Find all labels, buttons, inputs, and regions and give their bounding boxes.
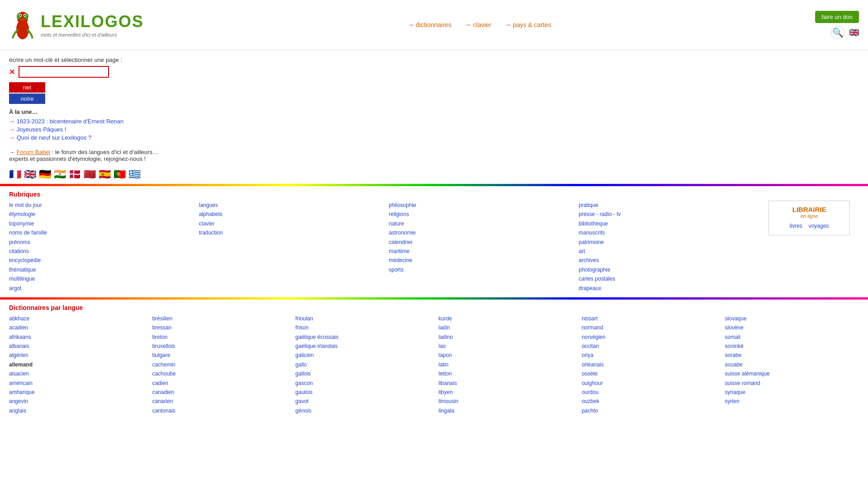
- dict-link[interactable]: libyen: [439, 388, 573, 397]
- dict-link[interactable]: alsacien: [9, 369, 143, 378]
- rub-link[interactable]: photographie: [579, 265, 769, 274]
- dict-link[interactable]: gallo: [295, 360, 429, 369]
- dict-link[interactable]: frison: [295, 323, 429, 332]
- rub-link[interactable]: maritime: [389, 247, 579, 256]
- rub-link[interactable]: argot: [9, 284, 199, 293]
- rub-link[interactable]: drapeaux: [579, 284, 769, 293]
- dict-link[interactable]: ouighour: [582, 379, 716, 388]
- rub-link[interactable]: archives: [579, 256, 769, 265]
- flag-gb[interactable]: 🇬🇧: [24, 169, 36, 180]
- rub-link[interactable]: religions: [389, 210, 579, 219]
- dict-link[interactable]: bruxellois: [152, 342, 287, 351]
- dict-link[interactable]: lao: [439, 342, 573, 351]
- btn-net[interactable]: net: [9, 82, 45, 93]
- dict-link[interactable]: breton: [152, 333, 287, 342]
- dict-link[interactable]: cantonais: [152, 406, 287, 415]
- dict-link[interactable]: galicien: [295, 351, 429, 360]
- dict-link[interactable]: brésilien: [152, 314, 287, 323]
- dict-link[interactable]: souabe: [725, 360, 859, 369]
- header-search-icon[interactable]: 🔍: [831, 26, 844, 39]
- clear-button[interactable]: ✕: [9, 68, 15, 76]
- dict-link[interactable]: anglais: [9, 406, 143, 415]
- dict-link[interactable]: suisse romand: [725, 379, 859, 388]
- dict-link[interactable]: cachoube: [152, 369, 287, 378]
- dict-link[interactable]: syriaque: [725, 388, 859, 397]
- flag-in[interactable]: 🇮🇳: [54, 169, 66, 180]
- dict-link[interactable]: latin: [439, 360, 573, 369]
- dict-link[interactable]: américain: [9, 379, 143, 388]
- flag-dk[interactable]: 🇩🇰: [69, 169, 81, 180]
- dict-link[interactable]: oriya: [582, 351, 716, 360]
- dict-link[interactable]: gascon: [295, 379, 429, 388]
- dict-link[interactable]: abkhaze: [9, 314, 143, 323]
- rub-link[interactable]: sports: [389, 265, 579, 274]
- rub-link[interactable]: toponymie: [9, 219, 199, 228]
- flag-pt[interactable]: 🇵🇹: [113, 169, 126, 180]
- dict-link[interactable]: gaélique irlandais: [295, 342, 429, 351]
- news-item-0[interactable]: → 1823-2023 : bicentenaire d'Ernest Rena…: [9, 118, 859, 125]
- rub-link[interactable]: citations: [9, 247, 199, 256]
- dict-link[interactable]: allemand: [9, 360, 143, 369]
- dict-link[interactable]: cadien: [152, 379, 287, 388]
- rub-link[interactable]: étymologie: [9, 210, 199, 219]
- dict-link[interactable]: ourdou: [582, 388, 716, 397]
- news-item-1[interactable]: → Joyeuses Pâques !: [9, 126, 859, 133]
- nav-pays[interactable]: → pays & cartes: [505, 21, 552, 28]
- dict-link[interactable]: gallois: [295, 369, 429, 378]
- rub-link[interactable]: patrimoine: [579, 238, 769, 247]
- dict-link[interactable]: gavot: [295, 397, 429, 406]
- rub-link[interactable]: le mot du jour: [9, 201, 199, 210]
- rub-link[interactable]: multilingue: [9, 274, 199, 283]
- dict-link[interactable]: génois: [295, 406, 429, 415]
- dict-link[interactable]: pachto: [582, 406, 716, 415]
- dict-link[interactable]: amharique: [9, 388, 143, 397]
- rub-link[interactable]: calendrier: [389, 238, 579, 247]
- dict-link[interactable]: bulgare: [152, 351, 287, 360]
- rub-link[interactable]: nature: [389, 219, 579, 228]
- dict-link[interactable]: gaulois: [295, 388, 429, 397]
- dict-link[interactable]: slovaque: [725, 314, 859, 323]
- dict-link[interactable]: bressan: [152, 323, 287, 332]
- dict-link[interactable]: gaélique écossais: [295, 333, 429, 342]
- dict-link[interactable]: ladino: [439, 333, 573, 342]
- flag-fr[interactable]: 🇫🇷: [9, 169, 21, 180]
- dict-link[interactable]: occitan: [582, 342, 716, 351]
- rub-link[interactable]: médecine: [389, 256, 579, 265]
- rub-link[interactable]: noms de famille: [9, 228, 199, 237]
- dict-link[interactable]: sorabe: [725, 351, 859, 360]
- rub-link[interactable]: clavier: [199, 219, 389, 228]
- rub-link[interactable]: prénoms: [9, 238, 199, 247]
- news-item-2[interactable]: → Quoi de neuf sur Lexilogos ?: [9, 134, 859, 141]
- rub-link[interactable]: presse - radio - tv: [579, 210, 769, 219]
- dict-link[interactable]: cachemiri: [152, 360, 287, 369]
- dict-link[interactable]: acadien: [9, 323, 143, 332]
- dict-link[interactable]: afrikaans: [9, 333, 143, 342]
- rub-link[interactable]: manuscrits: [579, 228, 769, 237]
- dict-link[interactable]: canadien: [152, 388, 287, 397]
- rub-link[interactable]: traduction: [199, 228, 389, 237]
- dict-link[interactable]: frioulan: [295, 314, 429, 323]
- rub-link[interactable]: encyclopédie: [9, 256, 199, 265]
- dict-link[interactable]: kurde: [439, 314, 573, 323]
- dict-link[interactable]: limousin: [439, 397, 573, 406]
- rub-link[interactable]: thématique: [9, 265, 199, 274]
- dict-link[interactable]: ouzbek: [582, 397, 716, 406]
- forum-link[interactable]: Forum Babel: [17, 149, 50, 155]
- dict-link[interactable]: syrien: [725, 397, 859, 406]
- dict-link[interactable]: ossète: [582, 369, 716, 378]
- dict-link[interactable]: angevin: [9, 397, 143, 406]
- btn-noire[interactable]: noire: [9, 94, 45, 104]
- dict-link[interactable]: ladin: [439, 323, 573, 332]
- dict-link[interactable]: slovène: [725, 323, 859, 332]
- flag-de[interactable]: 🇩🇪: [39, 169, 51, 180]
- dict-link[interactable]: nissart: [582, 314, 716, 323]
- dict-link[interactable]: normand: [582, 323, 716, 332]
- dict-link[interactable]: letton: [439, 369, 573, 378]
- dict-link[interactable]: lingala: [439, 406, 573, 415]
- flag-es[interactable]: 🇪🇸: [99, 169, 111, 180]
- rub-link[interactable]: pratique: [579, 201, 769, 210]
- rub-link[interactable]: cartes postales: [579, 274, 769, 283]
- search-input[interactable]: [19, 66, 109, 78]
- rub-link[interactable]: astronomie: [389, 228, 579, 237]
- dict-link[interactable]: orléanais: [582, 360, 716, 369]
